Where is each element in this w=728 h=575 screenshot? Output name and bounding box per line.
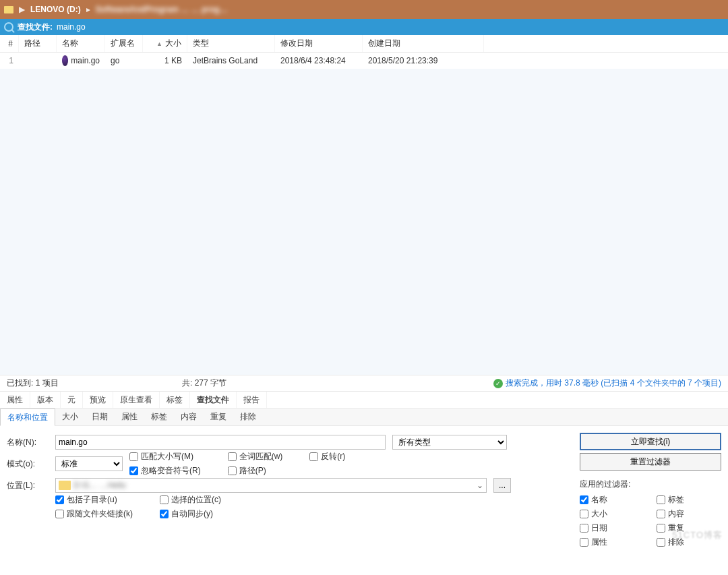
search-label: 查找文件: bbox=[18, 22, 53, 33]
row-ext: go bbox=[105, 53, 143, 69]
reset-button[interactable]: 重置过滤器 bbox=[580, 453, 721, 471]
tab-查找文件[interactable]: 查找文件 bbox=[190, 392, 237, 408]
watermark: 51CTO博客 bbox=[672, 529, 723, 541]
results-area: 1 main.go go 1 KB JetBrains GoLand 2018/… bbox=[0, 53, 728, 375]
row-path bbox=[19, 53, 57, 69]
col-create[interactable]: 创建日期 bbox=[363, 35, 484, 52]
row-size: 1 KB bbox=[143, 53, 187, 69]
subtab-内容[interactable]: 内容 bbox=[174, 408, 204, 425]
filter-大小[interactable]: 大小 bbox=[580, 508, 644, 520]
search-bar: 查找文件: main.go bbox=[0, 19, 728, 35]
mode-label: 模式(o): bbox=[7, 458, 49, 470]
file-icon bbox=[62, 55, 68, 66]
chk-followlinks[interactable]: 跟随文件夹链接(k) bbox=[55, 508, 133, 520]
subtab-排除[interactable]: 排除 bbox=[233, 408, 263, 425]
name-input[interactable] bbox=[55, 435, 386, 450]
chk-matchcase[interactable]: 匹配大小写(M) bbox=[129, 451, 201, 462]
table-row[interactable]: 1 main.go go 1 KB JetBrains GoLand 2018/… bbox=[0, 53, 728, 69]
subtab-属性[interactable]: 属性 bbox=[115, 408, 144, 425]
filter-内容[interactable]: 内容 bbox=[657, 508, 721, 520]
dropdown-icon[interactable]: ⌄ bbox=[477, 481, 483, 490]
col-ext[interactable]: 扩展名 bbox=[105, 35, 143, 52]
search-value: main.go bbox=[57, 22, 86, 32]
tab-元[interactable]: 元 bbox=[61, 392, 83, 408]
status-done: ✓ 搜索完成，用时 37.8 毫秒 (已扫描 4 个文件夹中的 7 个项目) bbox=[493, 377, 721, 389]
chk-ignorediac[interactable]: 忽略变音符号(R) bbox=[129, 465, 201, 477]
subtab-标签[interactable]: 标签 bbox=[144, 408, 174, 425]
folder-icon bbox=[4, 6, 13, 13]
row-name: main.go bbox=[57, 53, 105, 69]
col-mod[interactable]: 修改日期 bbox=[275, 35, 363, 52]
location-input[interactable]: D:\S… …Hello ⌄ bbox=[55, 478, 487, 493]
chevron-right-icon: ▸ bbox=[86, 5, 90, 14]
breadcrumb[interactable]: ▶ LENOVO (D:) ▸ SoftwareAndProgram … … p… bbox=[0, 0, 728, 19]
subtab-重复[interactable]: 重复 bbox=[204, 408, 233, 425]
folder-icon bbox=[59, 481, 71, 490]
tab-原生查看[interactable]: 原生查看 bbox=[113, 392, 160, 408]
search-form: 名称(N): 所有类型 模式(o): 标准 匹配大小写(M) 忽略变音符号(R)… bbox=[0, 426, 728, 555]
col-name[interactable]: 名称 bbox=[57, 35, 105, 52]
tabs-inner: 名称和位置大小日期属性标签内容重复排除 bbox=[0, 408, 728, 426]
sort-asc-icon: ▲ bbox=[156, 40, 162, 47]
chk-selloc[interactable]: 选择的位置(c) bbox=[160, 494, 221, 506]
search-icon bbox=[4, 22, 13, 32]
row-type: JetBrains GoLand bbox=[187, 53, 275, 69]
col-size[interactable]: ▲大小 bbox=[143, 35, 187, 52]
chk-path[interactable]: 路径(P) bbox=[228, 465, 283, 477]
check-icon: ✓ bbox=[493, 379, 503, 388]
chk-invert[interactable]: 反转(r) bbox=[309, 451, 345, 462]
status-found: 已找到: 1 项目 bbox=[7, 377, 162, 389]
name-label: 名称(N): bbox=[7, 437, 49, 448]
filter-日期[interactable]: 日期 bbox=[580, 522, 644, 534]
row-create: 2018/5/20 21:23:39 bbox=[363, 53, 484, 69]
tab-报告[interactable]: 报告 bbox=[237, 392, 267, 408]
subtab-日期[interactable]: 日期 bbox=[85, 408, 115, 425]
breadcrumb-blurred: SoftwareAndProgram … … prog… bbox=[96, 5, 228, 14]
subtab-大小[interactable]: 大小 bbox=[55, 408, 85, 425]
chk-wholeword[interactable]: 全词匹配(w) bbox=[228, 451, 283, 462]
table-header: # 路径 名称 扩展名 ▲大小 类型 修改日期 创建日期 bbox=[0, 35, 728, 53]
filters-label: 应用的过滤器: bbox=[580, 479, 721, 490]
tab-预览[interactable]: 预览 bbox=[83, 392, 113, 408]
row-mod: 2018/6/4 23:48:24 bbox=[275, 53, 363, 69]
mode-select[interactable]: 标准 bbox=[55, 456, 123, 471]
search-button[interactable]: 立即查找(i) bbox=[580, 433, 721, 450]
tab-属性[interactable]: 属性 bbox=[0, 392, 30, 408]
filter-标签[interactable]: 标签 bbox=[657, 494, 721, 506]
filter-名称[interactable]: 名称 bbox=[580, 494, 644, 506]
chevron-right-icon: ▶ bbox=[19, 5, 25, 14]
col-type[interactable]: 类型 bbox=[187, 35, 275, 52]
chk-autosync[interactable]: 自动同步(y) bbox=[160, 508, 221, 520]
tabs-outer: 属性版本元预览原生查看标签查找文件报告 bbox=[0, 391, 728, 408]
browse-button[interactable]: ... bbox=[493, 478, 511, 493]
row-index: 1 bbox=[0, 53, 19, 69]
status-total: 共: 277 字节 bbox=[182, 377, 473, 389]
subtab-名称和位置[interactable]: 名称和位置 bbox=[0, 408, 55, 426]
col-path[interactable]: 路径 bbox=[19, 35, 57, 52]
filter-属性[interactable]: 属性 bbox=[580, 537, 644, 548]
tab-版本[interactable]: 版本 bbox=[30, 392, 61, 408]
tab-标签[interactable]: 标签 bbox=[160, 392, 190, 408]
type-select[interactable]: 所有类型 bbox=[392, 435, 507, 450]
breadcrumb-drive[interactable]: LENOVO (D:) bbox=[30, 5, 81, 14]
chk-subdirs[interactable]: 包括子目录(u) bbox=[55, 494, 133, 506]
loc-label: 位置(L): bbox=[7, 480, 49, 491]
status-bar: 已找到: 1 项目 共: 277 字节 ✓ 搜索完成，用时 37.8 毫秒 (已… bbox=[0, 375, 728, 391]
col-index[interactable]: # bbox=[0, 35, 19, 52]
